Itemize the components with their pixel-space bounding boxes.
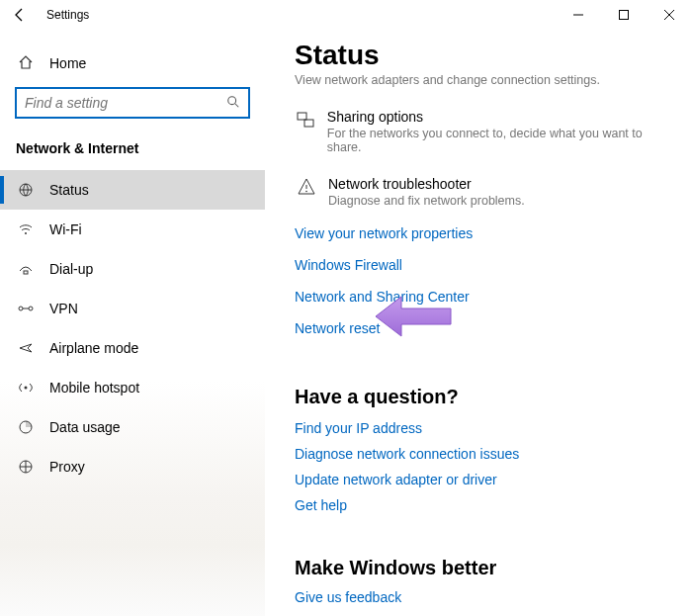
link-diagnose[interactable]: Diagnose network connection issues — [295, 446, 662, 462]
link-find-ip[interactable]: Find your IP address — [295, 420, 662, 436]
sidebar-item-label: Wi-Fi — [49, 221, 82, 237]
svg-point-12 — [25, 387, 28, 390]
sidebar-item-wifi[interactable]: Wi-Fi — [0, 210, 265, 249]
link-get-help[interactable]: Get help — [295, 497, 662, 513]
svg-rect-15 — [298, 113, 306, 120]
proxy-icon — [16, 459, 36, 475]
sidebar-item-label: Status — [49, 182, 89, 198]
link-view-properties[interactable]: View your network properties — [295, 225, 662, 241]
category-header: Network & Internet — [0, 131, 265, 170]
globe-icon — [16, 182, 36, 198]
svg-rect-1 — [620, 11, 629, 20]
maximize-icon — [619, 10, 629, 20]
sidebar-item-vpn[interactable]: VPN — [0, 289, 265, 328]
maximize-button[interactable] — [601, 0, 647, 30]
arrow-left-icon — [12, 7, 28, 23]
home-icon — [16, 54, 36, 73]
sharing-icon — [295, 110, 317, 130]
hotspot-icon — [16, 380, 36, 396]
link-sharing-center[interactable]: Network and Sharing Center — [295, 289, 662, 305]
vpn-icon — [16, 303, 36, 314]
item-title: Sharing options — [327, 109, 662, 125]
item-title: Network troubleshooter — [328, 176, 525, 192]
sidebar-item-hotspot[interactable]: Mobile hotspot — [0, 368, 265, 407]
sidebar-item-proxy[interactable]: Proxy — [0, 447, 265, 486]
back-button[interactable] — [5, 0, 35, 30]
svg-rect-16 — [304, 120, 313, 127]
titlebar: Settings — [0, 0, 692, 30]
item-subtitle: Diagnose and fix network problems. — [328, 194, 525, 208]
sidebar: Home Network & Internet Status Wi-Fi — [0, 30, 265, 616]
sidebar-item-dialup[interactable]: Dial-up — [0, 249, 265, 289]
window-title: Settings — [46, 8, 89, 22]
svg-point-18 — [305, 191, 307, 193]
sharing-options-item[interactable]: Sharing options For the networks you con… — [295, 109, 662, 154]
sidebar-item-label: Airplane mode — [49, 340, 138, 356]
link-update-adapter[interactable]: Update network adapter or driver — [295, 472, 662, 487]
data-usage-icon — [16, 419, 36, 435]
troubleshooter-item[interactable]: Network troubleshooter Diagnose and fix … — [295, 176, 662, 208]
have-question-heading: Have a question? — [295, 386, 662, 408]
close-icon — [664, 10, 674, 20]
svg-point-7 — [25, 232, 27, 234]
wifi-icon — [16, 221, 36, 237]
main-content: Status View network adapters and change … — [265, 30, 692, 616]
page-title: Status — [295, 40, 662, 71]
home-nav[interactable]: Home — [0, 45, 265, 81]
sidebar-item-datausage[interactable]: Data usage — [0, 407, 265, 447]
close-button[interactable] — [647, 0, 692, 30]
airplane-icon — [16, 340, 36, 356]
sidebar-item-label: Proxy — [49, 459, 85, 475]
item-subtitle: For the networks you connect to, decide … — [327, 127, 662, 154]
make-better-heading: Make Windows better — [295, 557, 662, 579]
search-field[interactable] — [17, 95, 218, 111]
sidebar-item-status[interactable]: Status — [0, 170, 265, 210]
search-icon — [218, 95, 248, 112]
link-feedback[interactable]: Give us feedback — [295, 589, 662, 605]
svg-point-10 — [29, 307, 33, 310]
warning-icon — [295, 177, 318, 197]
dialup-icon — [16, 261, 36, 277]
link-network-reset[interactable]: Network reset — [295, 320, 662, 336]
sidebar-item-label: VPN — [49, 301, 78, 316]
svg-line-5 — [235, 103, 239, 107]
svg-rect-8 — [24, 271, 28, 274]
link-windows-firewall[interactable]: Windows Firewall — [295, 257, 662, 273]
sidebar-item-airplane[interactable]: Airplane mode — [0, 328, 265, 368]
sidebar-item-label: Data usage — [49, 419, 121, 435]
sidebar-item-label: Mobile hotspot — [49, 380, 139, 396]
home-label: Home — [49, 55, 86, 71]
search-input[interactable] — [15, 87, 250, 119]
svg-point-9 — [19, 307, 23, 310]
minimize-button[interactable] — [556, 0, 601, 30]
svg-point-4 — [228, 96, 236, 104]
partial-cutoff-text: View network adapters and change connect… — [295, 73, 662, 87]
minimize-icon — [573, 10, 583, 20]
sidebar-item-label: Dial-up — [49, 261, 93, 277]
